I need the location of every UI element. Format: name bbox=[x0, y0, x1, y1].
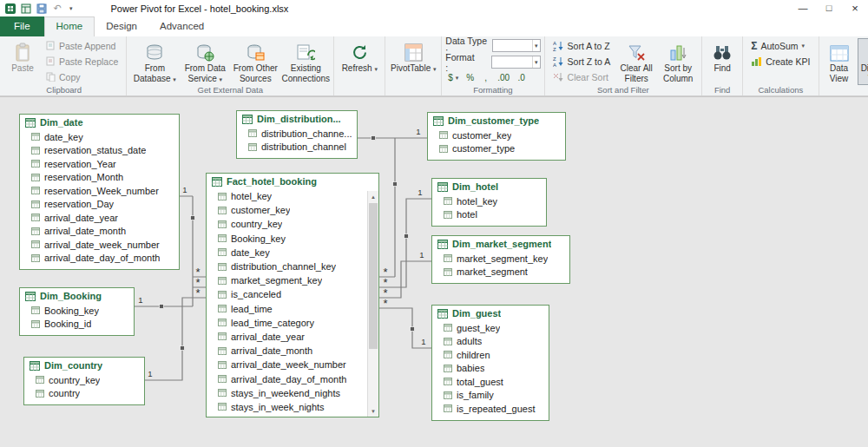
thousands-separator-button[interactable]: , bbox=[479, 71, 492, 84]
minimize-button[interactable]: — bbox=[790, 0, 816, 16]
from-data-service-button[interactable]: From Data Service ▾ bbox=[181, 38, 229, 85]
table-dim-distribution[interactable]: Dim_distribution... distribution_channe.… bbox=[236, 110, 358, 159]
table-dim-hotel[interactable]: Dim_hotel hotel_key hotel bbox=[431, 178, 547, 227]
field-row[interactable]: customer_key bbox=[207, 203, 366, 217]
field-row[interactable]: stays_in_week_nights bbox=[207, 400, 366, 414]
field-row[interactable]: is_canceled bbox=[207, 287, 366, 301]
field-row[interactable]: reservation_Year bbox=[20, 157, 179, 171]
sort-z-to-a-button[interactable]: ZA Sort Z to A bbox=[549, 54, 615, 69]
table-header[interactable]: Dim_market_segment bbox=[432, 236, 569, 251]
decrease-decimal-button[interactable]: .0 bbox=[515, 71, 528, 84]
field-row[interactable]: reservation_Week_number bbox=[20, 184, 179, 198]
field-row[interactable]: country_key bbox=[207, 217, 366, 231]
sheet-icon[interactable] bbox=[19, 2, 33, 15]
field-row[interactable]: arrival_date_week_number bbox=[207, 358, 366, 371]
tab-design[interactable]: Design bbox=[95, 16, 148, 36]
field-row[interactable]: lead_time_category bbox=[207, 316, 366, 330]
field-row[interactable]: hotel_key bbox=[207, 189, 366, 203]
table-dim-market-segment[interactable]: Dim_market_segment market_segment_key ma… bbox=[431, 235, 570, 284]
scroll-down-icon[interactable]: ▼ bbox=[368, 405, 378, 417]
field-row[interactable]: hotel_key bbox=[432, 194, 546, 208]
field-row[interactable]: arrival_date_day_of_month bbox=[207, 371, 366, 385]
field-row[interactable]: Booking_key bbox=[20, 304, 134, 318]
clear-all-filters-button[interactable]: Clear All Filters bbox=[616, 38, 656, 85]
tab-home[interactable]: Home bbox=[44, 16, 95, 36]
paste-append-button[interactable]: Paste Append bbox=[42, 38, 122, 53]
copy-button[interactable]: Copy bbox=[42, 69, 122, 84]
field-row[interactable]: total_guest bbox=[432, 375, 549, 389]
field-row[interactable]: arrival_date_week_number bbox=[20, 238, 179, 252]
percent-format-button[interactable]: % bbox=[464, 71, 477, 84]
field-row[interactable]: market_segment_key bbox=[207, 273, 366, 287]
field-row[interactable]: customer_type bbox=[428, 142, 565, 156]
increase-decimal-button[interactable]: .00 bbox=[495, 71, 512, 84]
field-row[interactable]: is_family bbox=[432, 389, 549, 403]
undo-icon[interactable]: ↶ bbox=[50, 2, 64, 15]
field-row[interactable]: reservation_Day bbox=[20, 198, 179, 212]
data-view-button[interactable]: Data View bbox=[823, 38, 856, 85]
tab-advanced[interactable]: Advanced bbox=[148, 16, 215, 36]
refresh-button[interactable]: Refresh ▾ bbox=[338, 38, 381, 85]
paste-button[interactable]: Paste bbox=[5, 38, 40, 85]
field-row[interactable]: distribution_channel_key bbox=[207, 260, 366, 273]
from-database-button[interactable]: From Database ▾ bbox=[130, 38, 179, 85]
format-dropdown[interactable]: ▾ bbox=[491, 56, 541, 69]
field-row[interactable]: arrival_date_year bbox=[207, 330, 366, 344]
field-row[interactable]: market_segment_key bbox=[432, 252, 569, 266]
table-fact-hotel-booking[interactable]: Fact_hotel_booking hotel_key customer_ke… bbox=[206, 173, 379, 417]
sort-by-column-button[interactable]: Sort by Column bbox=[658, 38, 698, 85]
field-row[interactable]: arrival_date_month bbox=[207, 344, 366, 358]
field-row[interactable]: children bbox=[432, 348, 549, 362]
field-row[interactable]: country bbox=[24, 387, 144, 401]
field-row[interactable]: arrival_date_year bbox=[20, 211, 179, 225]
table-header[interactable]: Dim_country bbox=[24, 358, 144, 372]
field-row[interactable]: country_key bbox=[24, 373, 144, 387]
save-icon[interactable] bbox=[35, 2, 49, 15]
table-header[interactable]: Dim_date bbox=[20, 115, 179, 129]
pivottable-button[interactable]: PivotTable ▾ bbox=[389, 38, 437, 85]
maximize-button[interactable]: □ bbox=[816, 0, 842, 16]
existing-connections-button[interactable]: Existing Connections bbox=[281, 38, 330, 85]
data-type-dropdown[interactable]: ▾ bbox=[492, 39, 541, 52]
table-header[interactable]: Dim_Booking bbox=[20, 288, 134, 303]
field-row[interactable]: Booking_id bbox=[20, 318, 134, 332]
table-dim-guest[interactable]: Dim_guest guest_key adults bbox=[431, 305, 549, 421]
fact-table-scrollbar[interactable]: ▲ ▼ bbox=[367, 191, 378, 417]
field-row[interactable]: distribution_channel bbox=[237, 141, 357, 154]
table-header[interactable]: Fact_hotel_booking bbox=[207, 174, 378, 188]
table-dim-booking[interactable]: Dim_Booking Booking_key Booking_id bbox=[19, 287, 135, 336]
diagram-view-button[interactable]: Diagram View bbox=[858, 38, 868, 85]
table-header[interactable]: Dim_guest bbox=[432, 306, 549, 320]
sort-a-to-z-button[interactable]: AZ Sort A to Z bbox=[549, 38, 615, 53]
field-row[interactable]: babies bbox=[432, 362, 549, 376]
field-row[interactable]: market_segment bbox=[432, 266, 569, 279]
field-row[interactable]: stays_in_weekend_nights bbox=[207, 386, 366, 400]
table-dim-country[interactable]: Dim_country country_key country bbox=[23, 357, 145, 405]
field-row[interactable]: hotel bbox=[432, 208, 546, 222]
field-row[interactable]: arrival_date_day_of_month bbox=[20, 252, 179, 266]
diagram-canvas[interactable]: 1 1 1 1 1 1 1 * * * * * * * Dim_dat bbox=[0, 96, 868, 447]
find-button[interactable]: Find bbox=[706, 38, 739, 85]
field-row[interactable]: guest_key bbox=[432, 321, 549, 335]
scroll-up-icon[interactable]: ▲ bbox=[368, 191, 378, 202]
field-row[interactable]: is_repeated_guest bbox=[432, 402, 549, 416]
field-row[interactable]: date_key bbox=[207, 246, 366, 260]
field-row[interactable]: reservation_Month bbox=[20, 171, 179, 185]
table-dim-customer-type[interactable]: Dim_customer_type customer_key customer_… bbox=[427, 112, 566, 161]
field-row[interactable]: arrival_date_month bbox=[20, 225, 179, 239]
from-other-sources-button[interactable]: From Other Sources bbox=[231, 38, 279, 85]
field-row[interactable]: adults bbox=[432, 335, 549, 349]
scrollbar-thumb[interactable] bbox=[369, 203, 378, 349]
field-row[interactable]: date_key bbox=[20, 130, 179, 144]
create-kpi-button[interactable]: Create KPI bbox=[746, 54, 814, 69]
autosum-button[interactable]: Σ AutoSum ▾ bbox=[746, 38, 814, 53]
table-header[interactable]: Dim_distribution... bbox=[237, 111, 357, 126]
table-header[interactable]: Dim_customer_type bbox=[428, 113, 565, 128]
table-dim-date[interactable]: Dim_date date_key reservation_status_dat… bbox=[19, 114, 180, 270]
field-row[interactable]: distribution_channe... bbox=[237, 127, 357, 141]
paste-replace-button[interactable]: Paste Replace bbox=[42, 54, 122, 69]
clear-sort-button[interactable]: Clear Sort bbox=[549, 69, 615, 84]
currency-format-button[interactable]: $ ▾ bbox=[445, 71, 461, 84]
tab-file[interactable]: File bbox=[0, 16, 44, 36]
field-row[interactable]: lead_time bbox=[207, 302, 366, 316]
